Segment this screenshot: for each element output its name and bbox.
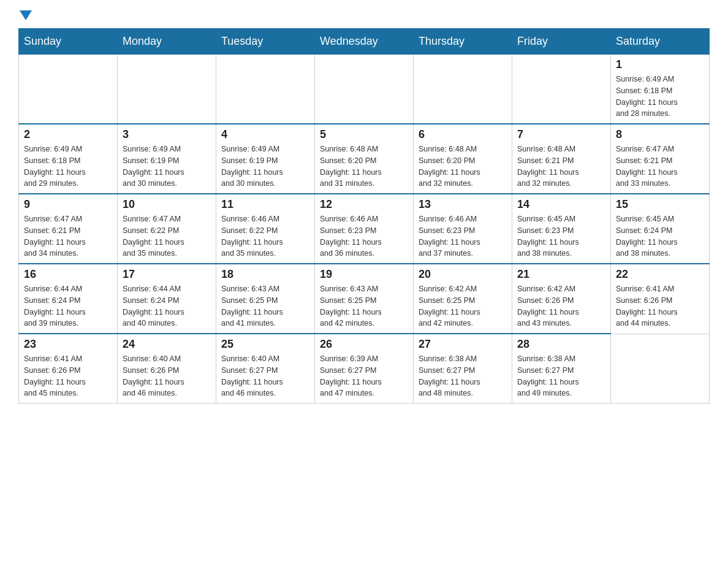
calendar-cell: 15Sunrise: 6:45 AM Sunset: 6:24 PM Dayli… [611, 194, 710, 264]
day-number: 21 [517, 268, 605, 281]
day-number: 12 [320, 198, 408, 211]
day-info: Sunrise: 6:39 AM Sunset: 6:27 PM Dayligh… [320, 353, 408, 399]
day-number: 10 [123, 198, 211, 211]
day-info: Sunrise: 6:47 AM Sunset: 6:21 PM Dayligh… [616, 144, 704, 190]
day-number: 15 [616, 198, 704, 211]
day-number: 4 [221, 128, 309, 141]
day-info: Sunrise: 6:49 AM Sunset: 6:19 PM Dayligh… [221, 144, 309, 190]
calendar-cell: 7Sunrise: 6:48 AM Sunset: 6:21 PM Daylig… [512, 124, 611, 194]
calendar-cell: 1Sunrise: 6:49 AM Sunset: 6:18 PM Daylig… [611, 55, 710, 124]
day-number: 6 [419, 128, 507, 141]
day-info: Sunrise: 6:42 AM Sunset: 6:26 PM Dayligh… [517, 283, 605, 329]
calendar-cell: 14Sunrise: 6:45 AM Sunset: 6:23 PM Dayli… [512, 194, 611, 264]
calendar-cell: 8Sunrise: 6:47 AM Sunset: 6:21 PM Daylig… [611, 124, 710, 194]
calendar-cell [216, 55, 315, 124]
day-number: 14 [517, 198, 605, 211]
day-info: Sunrise: 6:46 AM Sunset: 6:22 PM Dayligh… [221, 213, 309, 259]
calendar-cell: 10Sunrise: 6:47 AM Sunset: 6:22 PM Dayli… [118, 194, 216, 264]
logo [18, 12, 32, 22]
calendar-cell: 12Sunrise: 6:46 AM Sunset: 6:23 PM Dayli… [315, 194, 414, 264]
page-header [18, 12, 710, 22]
day-header-sunday: Sunday [19, 29, 118, 55]
calendar-week-row: 2Sunrise: 6:49 AM Sunset: 6:18 PM Daylig… [19, 124, 710, 194]
day-info: Sunrise: 6:38 AM Sunset: 6:27 PM Dayligh… [517, 353, 605, 399]
calendar-cell: 9Sunrise: 6:47 AM Sunset: 6:21 PM Daylig… [19, 194, 118, 264]
day-header-friday: Friday [512, 29, 611, 55]
calendar-cell: 2Sunrise: 6:49 AM Sunset: 6:18 PM Daylig… [19, 124, 118, 194]
day-info: Sunrise: 6:45 AM Sunset: 6:24 PM Dayligh… [616, 213, 704, 259]
calendar-cell: 11Sunrise: 6:46 AM Sunset: 6:22 PM Dayli… [216, 194, 315, 264]
calendar-cell [118, 55, 216, 124]
day-info: Sunrise: 6:41 AM Sunset: 6:26 PM Dayligh… [616, 283, 704, 329]
day-number: 18 [221, 268, 309, 281]
day-number: 22 [616, 268, 704, 281]
calendar-week-row: 16Sunrise: 6:44 AM Sunset: 6:24 PM Dayli… [19, 264, 710, 334]
calendar-cell: 18Sunrise: 6:43 AM Sunset: 6:25 PM Dayli… [216, 264, 315, 334]
day-info: Sunrise: 6:48 AM Sunset: 6:20 PM Dayligh… [419, 144, 507, 190]
calendar-cell [19, 55, 118, 124]
day-header-saturday: Saturday [611, 29, 710, 55]
day-number: 27 [419, 338, 507, 351]
calendar-cell: 20Sunrise: 6:42 AM Sunset: 6:25 PM Dayli… [414, 264, 512, 334]
day-number: 28 [517, 338, 605, 351]
calendar-cell: 26Sunrise: 6:39 AM Sunset: 6:27 PM Dayli… [315, 334, 414, 404]
calendar-cell: 23Sunrise: 6:41 AM Sunset: 6:26 PM Dayli… [19, 334, 118, 404]
day-number: 23 [24, 338, 112, 351]
calendar-cell [414, 55, 512, 124]
calendar-cell: 27Sunrise: 6:38 AM Sunset: 6:27 PM Dayli… [414, 334, 512, 404]
day-info: Sunrise: 6:49 AM Sunset: 6:18 PM Dayligh… [616, 74, 704, 120]
day-number: 24 [123, 338, 211, 351]
calendar-cell [611, 334, 710, 404]
day-info: Sunrise: 6:49 AM Sunset: 6:18 PM Dayligh… [24, 144, 112, 190]
day-number: 17 [123, 268, 211, 281]
calendar-cell [512, 55, 611, 124]
day-info: Sunrise: 6:47 AM Sunset: 6:21 PM Dayligh… [24, 213, 112, 259]
day-info: Sunrise: 6:42 AM Sunset: 6:25 PM Dayligh… [419, 283, 507, 329]
day-number: 13 [419, 198, 507, 211]
calendar-cell [315, 55, 414, 124]
day-number: 8 [616, 128, 704, 141]
day-number: 19 [320, 268, 408, 281]
day-header-monday: Monday [118, 29, 216, 55]
day-number: 16 [24, 268, 112, 281]
calendar-table: SundayMondayTuesdayWednesdayThursdayFrid… [18, 28, 710, 404]
calendar-week-row: 1Sunrise: 6:49 AM Sunset: 6:18 PM Daylig… [19, 55, 710, 124]
day-info: Sunrise: 6:41 AM Sunset: 6:26 PM Dayligh… [24, 353, 112, 399]
day-number: 11 [221, 198, 309, 211]
day-header-tuesday: Tuesday [216, 29, 315, 55]
day-number: 25 [221, 338, 309, 351]
calendar-cell: 24Sunrise: 6:40 AM Sunset: 6:26 PM Dayli… [118, 334, 216, 404]
day-info: Sunrise: 6:48 AM Sunset: 6:20 PM Dayligh… [320, 144, 408, 190]
day-number: 3 [123, 128, 211, 141]
day-info: Sunrise: 6:45 AM Sunset: 6:23 PM Dayligh… [517, 213, 605, 259]
calendar-cell: 28Sunrise: 6:38 AM Sunset: 6:27 PM Dayli… [512, 334, 611, 404]
day-header-wednesday: Wednesday [315, 29, 414, 55]
day-info: Sunrise: 6:46 AM Sunset: 6:23 PM Dayligh… [419, 213, 507, 259]
calendar-cell: 4Sunrise: 6:49 AM Sunset: 6:19 PM Daylig… [216, 124, 315, 194]
day-number: 2 [24, 128, 112, 141]
day-info: Sunrise: 6:49 AM Sunset: 6:19 PM Dayligh… [123, 144, 211, 190]
calendar-header-row: SundayMondayTuesdayWednesdayThursdayFrid… [19, 29, 710, 55]
calendar-cell: 17Sunrise: 6:44 AM Sunset: 6:24 PM Dayli… [118, 264, 216, 334]
day-header-thursday: Thursday [414, 29, 512, 55]
calendar-cell: 25Sunrise: 6:40 AM Sunset: 6:27 PM Dayli… [216, 334, 315, 404]
day-number: 7 [517, 128, 605, 141]
day-info: Sunrise: 6:38 AM Sunset: 6:27 PM Dayligh… [419, 353, 507, 399]
calendar-cell: 3Sunrise: 6:49 AM Sunset: 6:19 PM Daylig… [118, 124, 216, 194]
day-info: Sunrise: 6:46 AM Sunset: 6:23 PM Dayligh… [320, 213, 408, 259]
day-info: Sunrise: 6:43 AM Sunset: 6:25 PM Dayligh… [221, 283, 309, 329]
day-info: Sunrise: 6:44 AM Sunset: 6:24 PM Dayligh… [24, 283, 112, 329]
calendar-cell: 5Sunrise: 6:48 AM Sunset: 6:20 PM Daylig… [315, 124, 414, 194]
calendar-week-row: 23Sunrise: 6:41 AM Sunset: 6:26 PM Dayli… [19, 334, 710, 404]
calendar-cell: 21Sunrise: 6:42 AM Sunset: 6:26 PM Dayli… [512, 264, 611, 334]
day-info: Sunrise: 6:47 AM Sunset: 6:22 PM Dayligh… [123, 213, 211, 259]
day-number: 20 [419, 268, 507, 281]
calendar-cell: 16Sunrise: 6:44 AM Sunset: 6:24 PM Dayli… [19, 264, 118, 334]
day-info: Sunrise: 6:40 AM Sunset: 6:26 PM Dayligh… [123, 353, 211, 399]
day-number: 9 [24, 198, 112, 211]
calendar-cell: 22Sunrise: 6:41 AM Sunset: 6:26 PM Dayli… [611, 264, 710, 334]
day-info: Sunrise: 6:40 AM Sunset: 6:27 PM Dayligh… [221, 353, 309, 399]
calendar-cell: 19Sunrise: 6:43 AM Sunset: 6:25 PM Dayli… [315, 264, 414, 334]
day-info: Sunrise: 6:43 AM Sunset: 6:25 PM Dayligh… [320, 283, 408, 329]
calendar-week-row: 9Sunrise: 6:47 AM Sunset: 6:21 PM Daylig… [19, 194, 710, 264]
